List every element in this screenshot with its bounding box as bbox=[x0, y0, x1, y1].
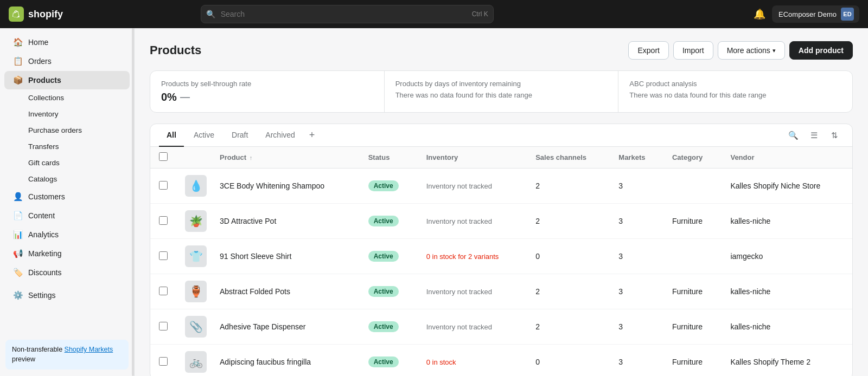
more-actions-button[interactable]: More actions ▾ bbox=[718, 41, 785, 60]
sales-channels-cell: 0 bbox=[527, 345, 610, 377]
product-name-cell[interactable]: 91 Short Sleeve Shirt bbox=[211, 239, 360, 274]
category-column-header[interactable]: Category bbox=[663, 147, 722, 168]
stat-abc-analysis[interactable]: ABC product analysis There was no data f… bbox=[618, 71, 852, 112]
row-checkbox[interactable] bbox=[159, 287, 168, 295]
sidebar-item-inventory[interactable]: Inventory bbox=[4, 106, 130, 122]
sidebar-item-products[interactable]: 📦 Products bbox=[4, 71, 130, 89]
product-name-cell[interactable]: Adhesive Tape Dispenser bbox=[211, 309, 360, 345]
sidebar-item-gift-cards[interactable]: Gift cards bbox=[4, 155, 130, 171]
main-content: Products Export Import More actions ▾ Ad… bbox=[135, 28, 868, 376]
markets-preview-link[interactable]: Shopify Markets bbox=[65, 346, 113, 353]
sidebar-item-marketing[interactable]: 📢 Marketing bbox=[4, 244, 130, 263]
product-thumbnail: 🪴 bbox=[185, 210, 207, 232]
product-image-cell: 🪴 bbox=[176, 204, 211, 239]
page-header: Products Export Import More actions ▾ Ad… bbox=[150, 41, 853, 60]
sidebar-item-home[interactable]: 🏠 Home bbox=[4, 33, 130, 51]
sales-channels-column-header[interactable]: Sales channels bbox=[527, 147, 610, 168]
more-actions-label: More actions bbox=[727, 46, 770, 55]
export-button[interactable]: Export bbox=[628, 41, 668, 60]
stat-sell-through[interactable]: Products by sell-through rate 0% — bbox=[150, 71, 385, 112]
category-cell: Furniture bbox=[663, 345, 722, 377]
status-column-header[interactable]: Status bbox=[360, 147, 418, 168]
sort-button[interactable]: ⇅ bbox=[825, 126, 844, 145]
import-button[interactable]: Import bbox=[673, 41, 713, 60]
row-checkbox[interactable] bbox=[159, 322, 168, 330]
logo[interactable]: shopify bbox=[9, 7, 63, 22]
products-table-body: 💧 3CE Body Whitening Shampoo Active Inve… bbox=[150, 168, 852, 377]
sidebar-item-label: Content bbox=[28, 211, 55, 220]
row-checkbox[interactable] bbox=[159, 216, 168, 225]
select-all-checkbox[interactable] bbox=[159, 152, 168, 161]
markets-column-header[interactable]: Markets bbox=[610, 147, 663, 168]
inventory-cell: Inventory not tracked bbox=[418, 309, 527, 345]
markets-value: 3 bbox=[618, 287, 623, 296]
status-badge: Active bbox=[368, 180, 399, 191]
search-table-icon: 🔍 bbox=[788, 131, 799, 140]
sidebar-item-catalogs[interactable]: Catalogs bbox=[4, 171, 130, 187]
sidebar-item-customers[interactable]: 👤 Customers bbox=[4, 187, 130, 206]
tab-all[interactable]: All bbox=[159, 124, 184, 147]
sidebar-item-settings[interactable]: ⚙️ Settings bbox=[4, 286, 130, 304]
catalogs-label: Catalogs bbox=[28, 175, 57, 183]
vendor-cell: kalles-niche bbox=[722, 309, 852, 345]
analytics-icon: 📊 bbox=[13, 230, 23, 239]
sidebar-item-orders[interactable]: 📋 Orders bbox=[4, 52, 130, 70]
search-table-button[interactable]: 🔍 bbox=[784, 126, 802, 145]
markets-cell: 3 bbox=[610, 204, 663, 239]
sidebar-item-label: Products bbox=[28, 76, 61, 85]
sidebar-item-purchase-orders[interactable]: Purchase orders bbox=[4, 122, 130, 138]
transfers-label: Transfers bbox=[28, 142, 59, 151]
search-input[interactable] bbox=[201, 5, 494, 23]
tab-archived[interactable]: Archived bbox=[258, 124, 302, 147]
table-row[interactable]: 📎 Adhesive Tape Dispenser Active Invento… bbox=[150, 309, 852, 345]
notification-bell-icon[interactable]: 🔔 bbox=[754, 8, 765, 20]
table-row[interactable]: 💧 3CE Body Whitening Shampoo Active Inve… bbox=[150, 168, 852, 204]
row-checkbox[interactable] bbox=[159, 357, 168, 366]
row-checkbox-cell bbox=[150, 239, 176, 274]
inventory-label: Inventory bbox=[28, 110, 59, 118]
tab-active[interactable]: Active bbox=[186, 124, 222, 147]
tabs-right-actions: 🔍 ☰ ⇅ bbox=[784, 126, 844, 145]
sidebar-item-transfers[interactable]: Transfers bbox=[4, 139, 130, 154]
product-name-cell[interactable]: Adipiscing faucibus fringilla bbox=[211, 345, 360, 377]
add-product-button[interactable]: Add product bbox=[789, 41, 853, 60]
customers-icon: 👤 bbox=[13, 192, 23, 202]
table-row[interactable]: 👕 91 Short Sleeve Shirt Active 0 in stoc… bbox=[150, 239, 852, 274]
user-account-button[interactable]: EComposer Demo ED bbox=[772, 5, 859, 23]
vendor-column-header[interactable]: Vendor bbox=[722, 147, 852, 168]
product-name-cell[interactable]: 3CE Body Whitening Shampoo bbox=[211, 168, 360, 204]
product-image-cell: 🚲 bbox=[176, 345, 211, 377]
sales-channels-value: 2 bbox=[535, 322, 540, 331]
product-name-cell[interactable]: 3D Attractive Pot bbox=[211, 204, 360, 239]
tab-draft[interactable]: Draft bbox=[224, 124, 256, 147]
product-name: 3D Attractive Pot bbox=[220, 217, 276, 225]
sidebar-item-collections[interactable]: Collections bbox=[4, 90, 130, 106]
status-badge: Active bbox=[368, 321, 399, 332]
sidebar-item-label: Home bbox=[28, 38, 48, 47]
row-checkbox[interactable] bbox=[159, 181, 168, 190]
product-name-cell[interactable]: Abstract Folded Pots bbox=[211, 274, 360, 309]
inventory-column-header[interactable]: Inventory bbox=[418, 147, 527, 168]
search-bar[interactable]: 🔍 Ctrl K bbox=[201, 5, 494, 23]
filter-button[interactable]: ☰ bbox=[805, 126, 823, 145]
scroll-indicator bbox=[132, 28, 134, 376]
table-row[interactable]: 🏺 Abstract Folded Pots Active Inventory … bbox=[150, 274, 852, 309]
row-checkbox[interactable] bbox=[159, 251, 168, 260]
sidebar-item-analytics[interactable]: 📊 Analytics bbox=[4, 225, 130, 244]
table-row[interactable]: 🚲 Adipiscing faucibus fringilla Active 0… bbox=[150, 345, 852, 377]
user-name: EComposer Demo bbox=[778, 10, 837, 18]
image-column-header bbox=[176, 147, 211, 168]
status-cell: Active bbox=[360, 239, 418, 274]
sidebar-item-discounts[interactable]: 🏷️ Discounts bbox=[4, 263, 130, 282]
table-row[interactable]: 🪴 3D Attractive Pot Active Inventory not… bbox=[150, 204, 852, 239]
status-badge: Active bbox=[368, 216, 399, 226]
sales-channels-cell: 0 bbox=[527, 239, 610, 274]
markets-preview-banner[interactable]: Non-transferable Shopify Markets preview bbox=[5, 340, 129, 369]
status-cell: Active bbox=[360, 274, 418, 309]
product-column-header[interactable]: Product ↑ bbox=[211, 147, 360, 168]
product-thumbnail: 💧 bbox=[185, 175, 207, 197]
stat-inventory-days[interactable]: Products by days of inventory remaining … bbox=[385, 71, 619, 112]
add-tab-button[interactable]: + bbox=[305, 125, 320, 145]
sidebar-item-content[interactable]: 📄 Content bbox=[4, 206, 130, 225]
stat-abc-nodata: There was no data found for this date ra… bbox=[629, 91, 841, 99]
